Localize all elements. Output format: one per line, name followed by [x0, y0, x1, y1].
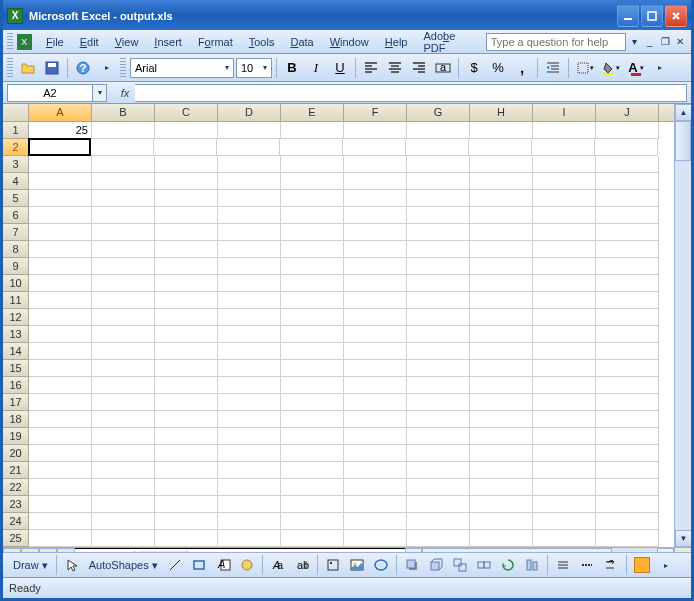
cell-F17[interactable]	[344, 394, 407, 411]
cell-E6[interactable]	[281, 207, 344, 224]
cell-F22[interactable]	[344, 479, 407, 496]
insert-clipart-button[interactable]	[236, 554, 258, 576]
row-header-18[interactable]: 18	[3, 411, 29, 428]
sheet-tab-active[interactable]: Sheet1	[77, 551, 135, 552]
cell-D6[interactable]	[218, 207, 281, 224]
row-header-3[interactable]: 3	[3, 156, 29, 173]
wordart-text-button[interactable]: Aa	[267, 554, 289, 576]
cell-D24[interactable]	[218, 513, 281, 530]
row-header-11[interactable]: 11	[3, 292, 29, 309]
cell-B7[interactable]	[92, 224, 155, 241]
cell-D12[interactable]	[218, 309, 281, 326]
column-header-J[interactable]: J	[596, 104, 659, 121]
cell-H17[interactable]	[470, 394, 533, 411]
cell-D21[interactable]	[218, 462, 281, 479]
cell-D22[interactable]	[218, 479, 281, 496]
cell-C1[interactable]	[155, 122, 218, 139]
cell-F25[interactable]	[344, 530, 407, 547]
font-dropdown[interactable]: Arial▾	[130, 58, 234, 78]
cell-H21[interactable]	[470, 462, 533, 479]
cell-A12[interactable]	[29, 309, 92, 326]
cell-A4[interactable]	[29, 173, 92, 190]
line-style-button[interactable]	[552, 554, 574, 576]
doc-restore-icon[interactable]: ❐	[658, 35, 671, 49]
cell-J10[interactable]	[596, 275, 659, 292]
cell-A21[interactable]	[29, 462, 92, 479]
cell-B20[interactable]	[92, 445, 155, 462]
column-header-B[interactable]: B	[92, 104, 155, 121]
cell-E18[interactable]	[281, 411, 344, 428]
cell-E2[interactable]	[280, 139, 343, 156]
cell-E20[interactable]	[281, 445, 344, 462]
cell-B18[interactable]	[92, 411, 155, 428]
cell-F9[interactable]	[344, 258, 407, 275]
cell-B23[interactable]	[92, 496, 155, 513]
cell-B5[interactable]	[92, 190, 155, 207]
column-header-A[interactable]: A	[29, 104, 92, 121]
cell-F11[interactable]	[344, 292, 407, 309]
cell-E23[interactable]	[281, 496, 344, 513]
row-header-13[interactable]: 13	[3, 326, 29, 343]
cell-C15[interactable]	[155, 360, 218, 377]
cell-H14[interactable]	[470, 343, 533, 360]
cell-J9[interactable]	[596, 258, 659, 275]
cell-B25[interactable]	[92, 530, 155, 547]
cell-I17[interactable]	[533, 394, 596, 411]
select-objects-button[interactable]	[61, 554, 83, 576]
cell-J11[interactable]	[596, 292, 659, 309]
cell-A10[interactable]	[29, 275, 92, 292]
cell-J22[interactable]	[596, 479, 659, 496]
cell-B11[interactable]	[92, 292, 155, 309]
cell-B4[interactable]	[92, 173, 155, 190]
cell-D19[interactable]	[218, 428, 281, 445]
cell-B21[interactable]	[92, 462, 155, 479]
menu-format[interactable]: Format	[190, 34, 241, 50]
cell-C11[interactable]	[155, 292, 218, 309]
name-box[interactable]: A2	[7, 84, 93, 102]
cell-A11[interactable]	[29, 292, 92, 309]
cell-C12[interactable]	[155, 309, 218, 326]
name-box-dropdown[interactable]: ▾	[93, 84, 107, 102]
cell-E7[interactable]	[281, 224, 344, 241]
cell-G13[interactable]	[407, 326, 470, 343]
cell-B24[interactable]	[92, 513, 155, 530]
cell-D1[interactable]	[218, 122, 281, 139]
cell-J18[interactable]	[596, 411, 659, 428]
row-header-5[interactable]: 5	[3, 190, 29, 207]
column-header-H[interactable]: H	[470, 104, 533, 121]
align-center-button[interactable]	[384, 57, 406, 79]
column-header-I[interactable]: I	[533, 104, 596, 121]
cell-C10[interactable]	[155, 275, 218, 292]
row-header-22[interactable]: 22	[3, 479, 29, 496]
fill-color-button[interactable]: ▾	[599, 57, 623, 79]
row-header-9[interactable]: 9	[3, 258, 29, 275]
cell-F19[interactable]	[344, 428, 407, 445]
cell-G8[interactable]	[407, 241, 470, 258]
cell-F7[interactable]	[344, 224, 407, 241]
cell-E11[interactable]	[281, 292, 344, 309]
cell-G2[interactable]	[406, 139, 469, 156]
cell-G16[interactable]	[407, 377, 470, 394]
cell-C16[interactable]	[155, 377, 218, 394]
cell-H11[interactable]	[470, 292, 533, 309]
grid-settings-button[interactable]	[631, 554, 653, 576]
cell-C24[interactable]	[155, 513, 218, 530]
cell-D7[interactable]	[218, 224, 281, 241]
cell-D10[interactable]	[218, 275, 281, 292]
arrow-style-button[interactable]	[600, 554, 622, 576]
cell-I14[interactable]	[533, 343, 596, 360]
cell-G11[interactable]	[407, 292, 470, 309]
cell-J4[interactable]	[596, 173, 659, 190]
cell-C8[interactable]	[155, 241, 218, 258]
cell-F1[interactable]	[344, 122, 407, 139]
bold-button[interactable]: B	[281, 57, 303, 79]
cell-D18[interactable]	[218, 411, 281, 428]
cell-J8[interactable]	[596, 241, 659, 258]
cell-E24[interactable]	[281, 513, 344, 530]
cell-D17[interactable]	[218, 394, 281, 411]
cell-I8[interactable]	[533, 241, 596, 258]
cell-C7[interactable]	[155, 224, 218, 241]
menu-edit[interactable]: Edit	[72, 34, 107, 50]
cell-A2[interactable]	[28, 138, 91, 156]
cell-G9[interactable]	[407, 258, 470, 275]
